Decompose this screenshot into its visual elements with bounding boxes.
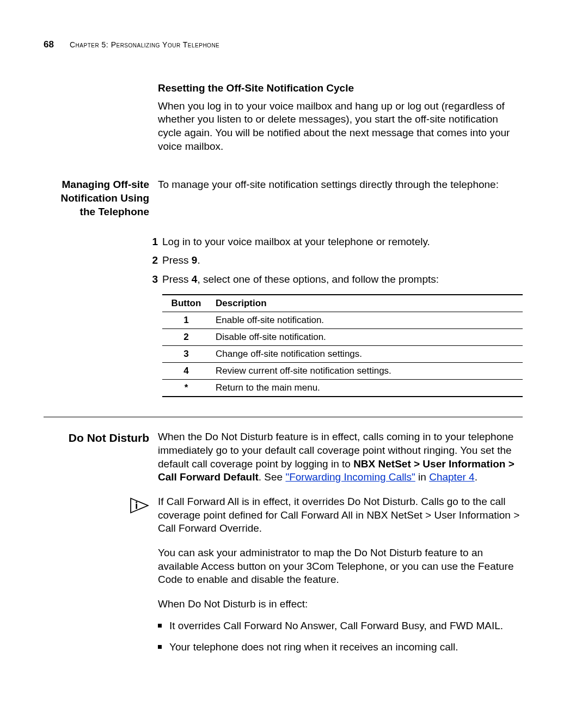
bullet-text: It overrides Call Forward No Answer, Cal… bbox=[169, 619, 503, 633]
section-divider bbox=[44, 417, 523, 417]
step-text: Press 9. bbox=[162, 254, 200, 267]
section-resetting: Resetting the Off-Site Notification Cycl… bbox=[44, 82, 523, 168]
svg-marker-0 bbox=[131, 498, 148, 513]
bullet-square-icon bbox=[158, 624, 162, 628]
cell-description: Review current off-site notification set… bbox=[213, 362, 523, 379]
list-item: 1 Log in to your voice mailbox at your t… bbox=[145, 235, 523, 249]
step-number: 1 bbox=[145, 235, 158, 249]
section-dnd: Do Not Disturb When the Do Not Disturb f… bbox=[44, 430, 523, 490]
step-number: 2 bbox=[145, 254, 158, 267]
options-table: Button Description 1 Enable off-site not… bbox=[162, 294, 523, 398]
info-icon bbox=[130, 497, 149, 514]
section-managing: Managing Off-site Notification Using the… bbox=[44, 178, 523, 218]
list-item: 3 Press 4, select one of these options, … bbox=[145, 273, 523, 287]
bullet-text: Your telephone does not ring when it rec… bbox=[169, 640, 458, 654]
numbered-list: 1 Log in to your voice mailbox at your t… bbox=[145, 235, 523, 287]
svg-point-1 bbox=[136, 501, 137, 503]
table-row: 3 Change off-site notification settings. bbox=[162, 345, 523, 362]
para-dnd-3: When Do Not Disturb is in effect: bbox=[158, 598, 523, 611]
cell-button: 2 bbox=[162, 328, 213, 345]
step-number: 3 bbox=[145, 273, 158, 287]
para-resetting-body: When you log in to your voice mailbox an… bbox=[158, 100, 523, 154]
cell-button: 1 bbox=[162, 312, 213, 328]
list-item: It overrides Call Forward No Answer, Cal… bbox=[158, 619, 523, 633]
cell-description: Return to the main menu. bbox=[213, 380, 523, 397]
cell-description: Enable off-site notification. bbox=[213, 312, 523, 328]
link-forwarding-calls[interactable]: "Forwarding Incoming Calls" bbox=[285, 471, 415, 483]
bullet-list: It overrides Call Forward No Answer, Cal… bbox=[158, 619, 523, 654]
page-content: 68 Chapter 5: Personalizing Your Telepho… bbox=[0, 0, 588, 700]
cell-button: 4 bbox=[162, 362, 213, 379]
managing-steps-block: 1 Log in to your voice mailbox at your t… bbox=[44, 224, 523, 398]
list-item: 2 Press 9. bbox=[145, 254, 523, 267]
table-header-button: Button bbox=[162, 295, 213, 312]
side-heading-managing: Managing Off-site Notification Using the… bbox=[44, 178, 149, 218]
para-dnd-2: You can ask your administrator to map th… bbox=[158, 546, 523, 587]
para-managing-intro: To manage your off-site notification set… bbox=[158, 178, 523, 192]
cell-button: * bbox=[162, 380, 213, 397]
link-chapter-4[interactable]: Chapter 4 bbox=[429, 471, 474, 483]
heading-resetting: Resetting the Off-Site Notification Cycl… bbox=[158, 82, 523, 95]
dnd-note-block: If Call Forward All is in effect, it ove… bbox=[44, 495, 523, 662]
step-text: Press 4, select one of these options, an… bbox=[162, 273, 439, 287]
page-number: 68 bbox=[44, 39, 60, 50]
para-dnd-note: If Call Forward All is in effect, it ove… bbox=[158, 495, 523, 535]
list-item: Your telephone does not ring when it rec… bbox=[158, 640, 523, 654]
table-row: 4 Review current off-site notification s… bbox=[162, 362, 523, 379]
bullet-square-icon bbox=[158, 645, 162, 649]
side-heading-dnd: Do Not Disturb bbox=[44, 430, 149, 445]
svg-rect-2 bbox=[136, 503, 137, 509]
cell-button: 3 bbox=[162, 345, 213, 362]
cell-description: Disable off-site notification. bbox=[213, 328, 523, 345]
table-row: * Return to the main menu. bbox=[162, 380, 523, 397]
table-header-description: Description bbox=[213, 295, 523, 312]
running-header: 68 Chapter 5: Personalizing Your Telepho… bbox=[44, 39, 523, 50]
para-dnd-1: When the Do Not Disturb feature is in ef… bbox=[158, 430, 523, 484]
chapter-label: Chapter 5: Personalizing Your Telephone bbox=[70, 40, 219, 49]
cell-description: Change off-site notification settings. bbox=[213, 345, 523, 362]
step-text: Log in to your voice mailbox at your tel… bbox=[162, 235, 430, 249]
table-row: 2 Disable off-site notification. bbox=[162, 328, 523, 345]
table-row: 1 Enable off-site notification. bbox=[162, 312, 523, 328]
